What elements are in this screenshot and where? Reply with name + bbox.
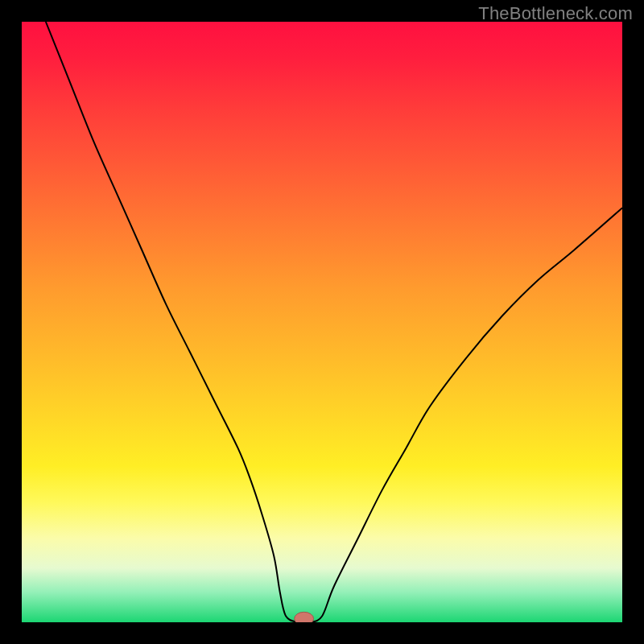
watermark-text: TheBottleneck.com	[478, 3, 633, 24]
plot-area	[22, 22, 622, 622]
bottleneck-curve-path	[46, 22, 622, 622]
bottleneck-marker	[295, 612, 314, 622]
curve-svg	[22, 22, 622, 622]
chart-frame: TheBottleneck.com	[0, 0, 644, 644]
